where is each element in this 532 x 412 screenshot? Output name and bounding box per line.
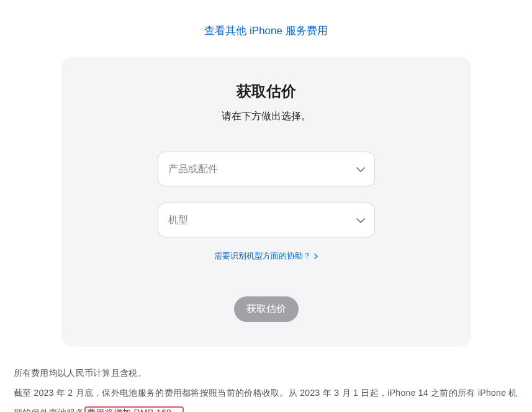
card-subtitle: 请在下方做出选择。 (99, 110, 434, 123)
help-link-label: 需要识别机型方面的协助？ (214, 251, 311, 260)
identify-model-help-link[interactable]: 需要识别机型方面的协助？ (214, 251, 318, 260)
view-other-costs-link[interactable]: 查看其他 iPhone 服务费用 (204, 25, 327, 37)
model-select-placeholder: 机型 (168, 214, 188, 227)
note-line-2-highlight: 费用将增加 RMB 169。 (84, 406, 184, 412)
product-select-wrapper: 产品或配件 (158, 152, 375, 186)
model-select-wrapper: 机型 (158, 203, 375, 237)
top-link-container: 查看其他 iPhone 服务费用 (0, 24, 532, 38)
note-line-1: 所有费用均以人民币计算且含税。 (14, 363, 524, 383)
product-select-placeholder: 产品或配件 (168, 163, 218, 176)
note-line-2: 截至 2023 年 2 月底，保外电池服务的费用都将按照当前的价格收取。从 20… (14, 383, 524, 412)
card-title: 获取估价 (99, 81, 434, 101)
model-select[interactable]: 机型 (158, 203, 375, 237)
product-select[interactable]: 产品或配件 (158, 152, 375, 186)
get-estimate-button[interactable]: 获取估价 (234, 296, 299, 322)
estimate-card: 获取估价 请在下方做出选择。 产品或配件 机型 需要识别机型方面的协助？ 获取估… (61, 57, 471, 347)
help-link-container: 需要识别机型方面的协助？ (99, 250, 434, 262)
footer-notes: 所有费用均以人民币计算且含税。 截至 2023 年 2 月底，保外电池服务的费用… (9, 363, 524, 412)
chevron-right-icon (314, 252, 318, 261)
